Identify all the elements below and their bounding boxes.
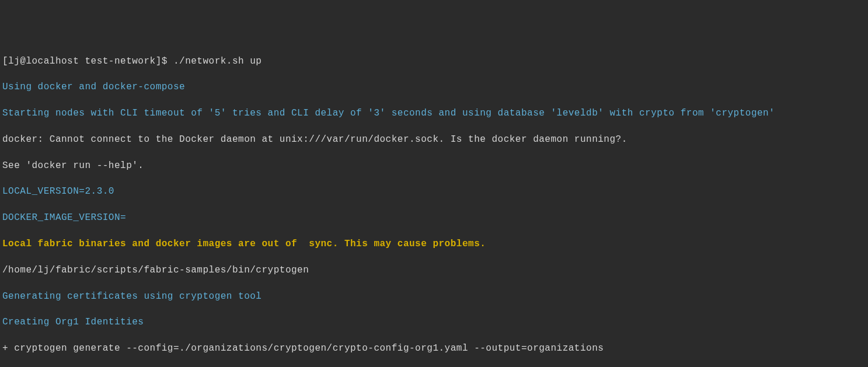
terminal-line-warning: Local fabric binaries and docker images … — [2, 237, 866, 250]
terminal-line: [lj@localhost test-network]$ ./network.s… — [2, 55, 866, 68]
terminal-output: [lj@localhost test-network]$ ./network.s… — [2, 55, 866, 367]
terminal-line: Creating Org1 Identities — [2, 316, 866, 328]
terminal-line: + cryptogen generate --config=./organiza… — [2, 342, 866, 355]
terminal-line: Using docker and docker-compose — [2, 81, 866, 93]
terminal-line: LOCAL_VERSION=2.3.0 — [2, 185, 866, 198]
terminal-line: /home/lj/fabric/scripts/fabric-samples/b… — [2, 264, 866, 277]
terminal-line: See 'docker run --help'. — [2, 159, 866, 172]
terminal-line: Generating certificates using cryptogen … — [2, 290, 866, 303]
terminal-line: Starting nodes with CLI timeout of '5' t… — [2, 107, 866, 120]
terminal-line: DOCKER_IMAGE_VERSION= — [2, 211, 866, 224]
terminal-line: docker: Cannot connect to the Docker dae… — [2, 133, 866, 146]
